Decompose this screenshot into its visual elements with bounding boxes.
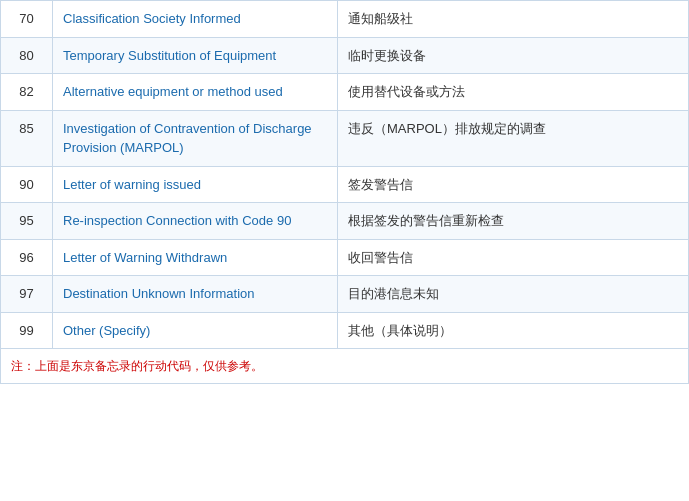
code-cell: 97	[1, 276, 53, 313]
english-cell: Alternative equipment or method used	[53, 74, 338, 111]
table-row: 70Classification Society Informed通知船级社	[1, 1, 689, 38]
english-cell: Other (Specify)	[53, 312, 338, 349]
note-row: 注：上面是东京备忘录的行动代码，仅供参考。	[1, 349, 689, 384]
code-cell: 96	[1, 239, 53, 276]
table-row: 85Investigation of Contravention of Disc…	[1, 110, 689, 166]
code-cell: 95	[1, 203, 53, 240]
english-cell: Temporary Substitution of Equipment	[53, 37, 338, 74]
table-row: 80Temporary Substitution of Equipment临时更…	[1, 37, 689, 74]
code-cell: 99	[1, 312, 53, 349]
note-cell: 注：上面是东京备忘录的行动代码，仅供参考。	[1, 349, 689, 384]
chinese-cell: 其他（具体说明）	[338, 312, 689, 349]
english-cell: Letter of warning issued	[53, 166, 338, 203]
table-row: 97Destination Unknown Information目的港信息未知	[1, 276, 689, 313]
chinese-cell: 收回警告信	[338, 239, 689, 276]
code-cell: 70	[1, 1, 53, 38]
code-cell: 80	[1, 37, 53, 74]
chinese-cell: 签发警告信	[338, 166, 689, 203]
chinese-cell: 通知船级社	[338, 1, 689, 38]
english-cell: Re-inspection Connection with Code 90	[53, 203, 338, 240]
code-cell: 82	[1, 74, 53, 111]
chinese-cell: 使用替代设备或方法	[338, 74, 689, 111]
table-row: 82Alternative equipment or method used使用…	[1, 74, 689, 111]
table-row: 90Letter of warning issued签发警告信	[1, 166, 689, 203]
english-cell: Letter of Warning Withdrawn	[53, 239, 338, 276]
english-cell: Classification Society Informed	[53, 1, 338, 38]
table-row: 95Re-inspection Connection with Code 90根…	[1, 203, 689, 240]
chinese-cell: 违反（MARPOL）排放规定的调查	[338, 110, 689, 166]
table-row: 96Letter of Warning Withdrawn收回警告信	[1, 239, 689, 276]
code-cell: 90	[1, 166, 53, 203]
code-cell: 85	[1, 110, 53, 166]
action-codes-table: 70Classification Society Informed通知船级社80…	[0, 0, 689, 384]
chinese-cell: 临时更换设备	[338, 37, 689, 74]
english-cell: Destination Unknown Information	[53, 276, 338, 313]
chinese-cell: 目的港信息未知	[338, 276, 689, 313]
table-row: 99Other (Specify)其他（具体说明）	[1, 312, 689, 349]
english-cell: Investigation of Contravention of Discha…	[53, 110, 338, 166]
chinese-cell: 根据签发的警告信重新检查	[338, 203, 689, 240]
